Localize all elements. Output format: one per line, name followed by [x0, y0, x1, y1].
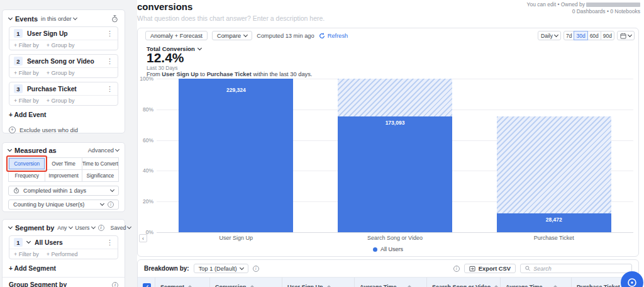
y-tick: 100% [135, 76, 153, 82]
mode-conversion[interactable]: Conversion [9, 158, 45, 169]
info-icon[interactable]: i [98, 225, 104, 231]
chevron-down-icon [100, 201, 104, 206]
funnel-bar-purchase-ticket[interactable]: 28,472 [497, 79, 611, 232]
more-options-icon[interactable]: ⋮ [106, 86, 113, 93]
calendar-button[interactable] [617, 31, 635, 40]
stopwatch-icon[interactable] [111, 15, 118, 23]
sort-icon[interactable] [408, 285, 411, 287]
segment-name[interactable]: All Users [35, 239, 63, 246]
filter-by-link[interactable]: + Filter by [14, 98, 39, 104]
col-average-time-2[interactable]: Average Time → [500, 278, 571, 287]
more-options-icon[interactable]: ⋮ [106, 30, 113, 37]
compare-button[interactable]: Compare [212, 31, 252, 40]
export-icon [469, 266, 475, 272]
group-by-link[interactable]: + Group by [47, 42, 75, 48]
refresh-icon [319, 33, 325, 39]
users-dropdown[interactable]: Users [75, 225, 95, 231]
col-search-song[interactable]: Search Song or Video [426, 278, 500, 287]
range-90d[interactable]: 90d [601, 31, 614, 40]
chevron-down-icon [197, 45, 202, 50]
event-order-dropdown[interactable]: in this order [41, 16, 77, 22]
segment-row[interactable]: 1 All Users ⋮ + Filter by + Performed [9, 235, 118, 259]
header-meta: You can edit • Owned by 0 Dashboards • 0… [527, 1, 640, 15]
mode-frequency[interactable]: Frequency [9, 170, 45, 181]
info-icon[interactable]: i [453, 266, 460, 272]
select-all-checkbox[interactable]: ✓ [143, 283, 151, 287]
search-input[interactable] [533, 266, 627, 272]
sort-icon[interactable] [327, 285, 331, 287]
date-range-group: 7d 30d 60d 90d [564, 31, 614, 40]
event-number-badge: 2 [14, 57, 23, 65]
breakdown-toolbar: Breakdown by: Top 1 (Default) i i Export… [138, 260, 638, 277]
sort-icon[interactable] [553, 285, 557, 287]
assistant-fab-button[interactable] [621, 271, 643, 287]
event-name[interactable]: Purchase Ticket [27, 86, 77, 93]
more-options-icon[interactable]: ⋮ [106, 58, 113, 65]
filter-by-link[interactable]: + Filter by [14, 70, 39, 76]
sort-icon[interactable] [188, 285, 192, 287]
segment-by-title: Segment by [15, 224, 54, 232]
owner-name-redacted [586, 3, 640, 7]
info-icon[interactable]: i [108, 201, 114, 208]
advanced-dropdown[interactable]: Advanced [88, 147, 119, 154]
bar-converted[interactable] [179, 79, 293, 232]
info-icon[interactable]: i [112, 282, 118, 287]
range-7d[interactable]: 7d [564, 31, 574, 40]
filter-by-link[interactable]: + Filter by [14, 42, 39, 48]
exclude-users-button[interactable]: + Exclude users who did [9, 127, 118, 133]
table-search[interactable] [520, 264, 632, 273]
chevron-down-icon[interactable] [26, 239, 31, 244]
any-dropdown[interactable]: Any [57, 225, 72, 231]
funnel-bar-search-song[interactable]: 173,093 [338, 79, 452, 232]
event-row[interactable]: 1 User Sign Up ⋮ + Filter by + Group by [9, 26, 118, 50]
breakdown-selector[interactable]: Top 1 (Default) [194, 264, 248, 273]
range-30d[interactable]: 30d [574, 31, 587, 40]
group-by-link[interactable]: + Group by [47, 98, 75, 104]
mode-over-time[interactable]: Over Time [45, 158, 81, 169]
funnel-bar-user-sign-up[interactable]: 229,324 [179, 79, 293, 232]
chevron-down-icon[interactable] [8, 15, 13, 20]
circled-plus-icon: + [9, 127, 16, 133]
add-segment-button[interactable]: + Add Segment [9, 265, 118, 272]
saved-dropdown[interactable]: Saved [111, 225, 131, 231]
legend-dot [373, 247, 377, 252]
col-segment[interactable]: Segment [155, 278, 209, 287]
chevron-down-icon[interactable] [8, 224, 13, 228]
add-event-button[interactable]: + Add Event [9, 111, 118, 118]
conversion-value: 12.4% [147, 52, 184, 64]
chevron-down-icon[interactable] [8, 147, 12, 151]
sort-icon[interactable] [494, 285, 498, 287]
y-tick: 80% [135, 106, 153, 113]
event-row[interactable]: 2 Search Song or Video ⋮ + Filter by + G… [9, 54, 118, 78]
completed-within-select[interactable]: Completed within 1 days [8, 186, 119, 196]
event-name[interactable]: User Sign Up [27, 30, 68, 37]
col-average-time-1[interactable]: Average Time → [354, 278, 426, 287]
more-options-icon[interactable]: ⋮ [106, 239, 113, 246]
chart-scroll-left-button[interactable]: ‹ [139, 234, 147, 242]
col-conversion[interactable]: Conversion [209, 278, 282, 287]
page-description-placeholder[interactable]: What question does this chart answer? En… [137, 14, 325, 22]
info-icon[interactable]: i [253, 266, 259, 272]
mode-time-to-convert[interactable]: Time to Convert [82, 158, 118, 169]
counting-by-select[interactable]: Counting by Unique User(s) i [8, 200, 119, 210]
anomaly-forecast-button[interactable]: Anomaly + Forecast [145, 31, 208, 40]
bar-converted[interactable] [338, 116, 452, 232]
search-icon [525, 266, 530, 271]
mode-significance[interactable]: Significance [82, 170, 118, 181]
x-axis-labels: User Sign Up Search Song or Video Purcha… [157, 235, 633, 241]
refresh-button[interactable]: Refresh [319, 33, 348, 39]
group-by-link[interactable]: + Group by [47, 70, 75, 76]
chart-legend[interactable]: All Users [138, 246, 638, 252]
event-name[interactable]: Search Song or Video [27, 58, 94, 65]
mode-improvement[interactable]: Improvement [45, 170, 81, 181]
chevron-down-icon [127, 224, 131, 228]
col-user-sign-up[interactable]: User Sign Up [282, 278, 354, 287]
assistant-icon [626, 277, 638, 287]
export-csv-button[interactable]: Export CSV [464, 264, 516, 273]
range-60d[interactable]: 60d [587, 31, 601, 40]
granularity-dropdown[interactable]: Daily [538, 31, 561, 40]
sort-icon[interactable] [250, 285, 254, 287]
filter-by-link[interactable]: + Filter by [14, 251, 39, 257]
event-row[interactable]: 3 Purchase Ticket ⋮ + Filter by + Group … [9, 82, 118, 106]
performed-link[interactable]: + Performed [47, 251, 78, 257]
